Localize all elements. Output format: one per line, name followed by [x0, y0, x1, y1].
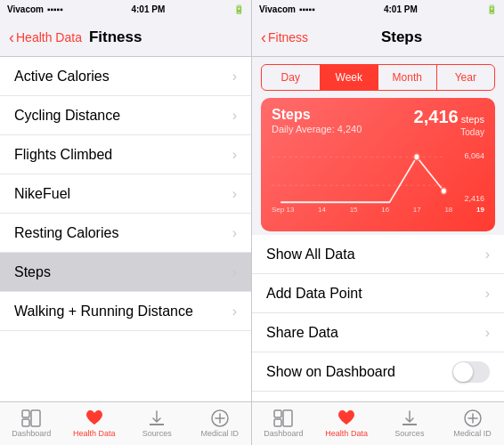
right-tab-sources-label: Sources — [394, 429, 424, 438]
segment-week[interactable]: Week — [320, 65, 378, 90]
chart-x-labels: Sep 13 14 15 16 17 18 19 — [272, 206, 484, 214]
list-item-nikefuel[interactable]: NikeFuel › — [0, 174, 251, 214]
list-item-cycling-distance[interactable]: Cycling Distance › — [0, 96, 251, 135]
right-tab-medical-id[interactable]: Medical ID — [441, 409, 504, 438]
list-item-active-calories-chevron: › — [232, 69, 237, 85]
left-status-bar: Vivacom ▪▪▪▪▪ 4:01 PM 🔋 — [0, 0, 251, 18]
left-tab-sources-label: Sources — [142, 429, 172, 438]
steps-card-right: 2,416 steps Today — [414, 107, 484, 137]
right-tab-sources[interactable]: Sources — [378, 409, 442, 438]
left-tab-bar: Dashboard Health Data Sources Medical ID — [0, 401, 251, 445]
left-nav-title: Fitness — [89, 28, 142, 46]
svg-point-6 — [414, 154, 420, 161]
right-tab-health-data[interactable]: Health Data — [315, 409, 378, 438]
left-signal: ▪▪▪▪▪ — [47, 4, 63, 14]
action-add-data-point-chevron-icon: › — [485, 286, 490, 302]
segment-day[interactable]: Day — [262, 65, 320, 90]
action-share-data-label: Share Data — [266, 325, 338, 341]
right-tab-dashboard[interactable]: Dashboard — [252, 409, 315, 438]
list-item-resting-calories-label: Resting Calories — [14, 225, 118, 241]
chart-area: 6,064 2,416 Sep 13 14 15 16 17 — [272, 151, 484, 214]
left-sources-icon — [147, 409, 167, 427]
steps-chart-card: Steps Daily Average: 4,240 2,416 steps T… — [261, 98, 495, 231]
left-list: Active Calories › Cycling Distance › Fli… — [0, 57, 251, 401]
left-back-button[interactable]: ‹ Health Data — [9, 29, 82, 45]
steps-today-label: Today — [414, 127, 484, 137]
steps-chart-svg — [272, 151, 484, 214]
list-item-walking-running-chevron: › — [232, 303, 237, 320]
steps-number: 2,416 — [414, 107, 459, 126]
right-nav-title: Steps — [308, 28, 495, 46]
right-back-button[interactable]: ‹ Fitness — [261, 29, 308, 45]
list-item-nikefuel-label: NikeFuel — [14, 186, 70, 202]
svg-point-7 — [441, 188, 447, 195]
list-item-resting-calories[interactable]: Resting Calories › — [0, 214, 251, 253]
show-on-dashboard-toggle[interactable] — [452, 361, 490, 383]
right-status-bar: Vivacom ▪▪▪▪▪ 4:01 PM 🔋 — [252, 0, 504, 18]
left-dashboard-icon — [21, 409, 41, 427]
chart-label-19: 19 — [476, 206, 484, 214]
left-tab-health-data[interactable]: Health Data — [63, 409, 126, 438]
action-add-data-point-label: Add Data Point — [266, 286, 362, 302]
right-actions-list: Show All Data › Add Data Point › Share D… — [252, 235, 504, 401]
list-item-nikefuel-chevron: › — [232, 186, 237, 202]
right-tab-health-data-label: Health Data — [325, 429, 368, 438]
list-item-steps-chevron: › — [232, 264, 237, 280]
right-back-label: Fitness — [268, 30, 308, 44]
list-item-walking-running[interactable]: Walking + Running Distance › — [0, 292, 251, 331]
left-status-right: 🔋 — [233, 4, 244, 14]
list-item-flights-climbed[interactable]: Flights Climbed › — [0, 135, 251, 174]
action-share-data[interactable]: Share Data › — [252, 313, 504, 352]
steps-unit: steps — [459, 114, 484, 125]
left-health-data-icon — [85, 409, 104, 427]
segment-month[interactable]: Month — [378, 65, 436, 90]
chart-label-sep13: Sep 13 — [272, 206, 294, 214]
list-item-cycling-distance-chevron: › — [232, 108, 237, 124]
chart-label-18: 18 — [444, 206, 452, 214]
right-time: 4:01 PM — [384, 4, 418, 14]
left-tab-medical-id-label: Medical ID — [200, 429, 239, 438]
svg-rect-2 — [31, 410, 40, 426]
action-share-data-chevron-icon: › — [485, 325, 490, 341]
list-item-resting-calories-chevron: › — [232, 225, 237, 241]
left-panel: Vivacom ▪▪▪▪▪ 4:01 PM 🔋 ‹ Health Data Fi… — [0, 0, 252, 445]
svg-rect-8 — [274, 410, 281, 417]
list-item-steps-label: Steps — [14, 264, 51, 280]
steps-chart-title: Steps — [272, 107, 362, 123]
chart-label-17: 17 — [413, 206, 421, 214]
action-show-all-data-label: Show All Data — [266, 247, 355, 263]
list-item-flights-climbed-chevron: › — [232, 147, 237, 163]
left-back-chevron-icon: ‹ — [9, 29, 14, 45]
list-item-steps[interactable]: Steps › — [0, 253, 251, 292]
left-nav-bar: ‹ Health Data Fitness — [0, 18, 251, 57]
left-tab-dashboard-label: Dashboard — [12, 429, 51, 438]
action-show-on-dashboard[interactable]: Show on Dashboard — [252, 352, 504, 392]
action-show-all-data-chevron-icon: › — [485, 247, 490, 263]
left-time: 4:01 PM — [131, 4, 165, 14]
left-tab-dashboard[interactable]: Dashboard — [0, 409, 63, 438]
action-show-on-dashboard-label: Show on Dashboard — [266, 364, 395, 380]
left-tab-sources[interactable]: Sources — [126, 409, 189, 438]
left-carrier: Vivacom — [7, 4, 44, 14]
right-tab-bar: Dashboard Health Data Sources Medical ID — [252, 401, 504, 445]
svg-rect-0 — [22, 410, 29, 417]
steps-value: 2,416 steps — [414, 107, 484, 127]
toggle-thumb — [453, 362, 473, 382]
right-panel: Vivacom ▪▪▪▪▪ 4:01 PM 🔋 ‹ Fitness Steps … — [252, 0, 504, 445]
right-medical-id-icon — [463, 409, 483, 427]
list-item-walking-running-label: Walking + Running Distance — [14, 303, 193, 320]
segment-year[interactable]: Year — [436, 65, 495, 90]
right-carrier: Vivacom — [259, 4, 296, 14]
right-status-right: 🔋 — [486, 4, 497, 14]
right-nav-bar: ‹ Fitness Steps — [252, 18, 504, 57]
list-item-active-calories-label: Active Calories — [14, 69, 110, 85]
action-add-data-point[interactable]: Add Data Point › — [252, 274, 504, 313]
list-item-active-calories[interactable]: Active Calories › — [0, 57, 251, 96]
right-health-data-icon — [337, 409, 356, 427]
left-medical-id-icon — [210, 409, 230, 427]
action-show-all-data[interactable]: Show All Data › — [252, 235, 504, 274]
left-tab-medical-id[interactable]: Medical ID — [189, 409, 252, 438]
right-bluetooth-icon: 🔋 — [486, 4, 497, 14]
svg-rect-10 — [283, 410, 292, 426]
right-signal: ▪▪▪▪▪ — [299, 4, 315, 14]
